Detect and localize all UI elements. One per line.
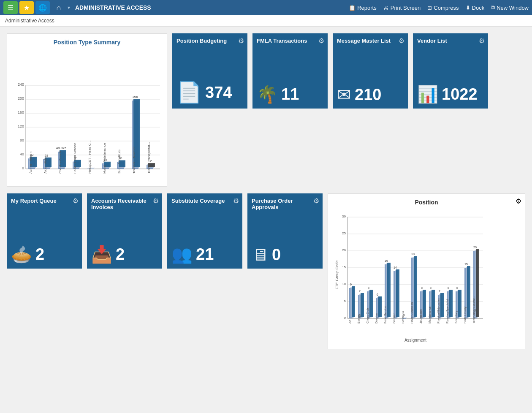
svg-text:Head CST - Head C...: Head CST - Head C... xyxy=(88,141,92,174)
tile-fmla-transactions[interactable]: ⚙ FMLA Transactions 🌴 11 xyxy=(252,33,328,109)
svg-rect-104 xyxy=(405,317,408,317)
topbar-actions: 📋 Reports 🖨 Print Screen ⊡ Compress ⬇ Do… xyxy=(349,4,529,11)
svg-text:16: 16 xyxy=(385,259,388,262)
tile-icon-report-queue: 🥧 xyxy=(11,245,32,264)
tile-count-accounts: 2 xyxy=(116,245,125,264)
svg-rect-128 xyxy=(458,290,461,317)
gear-icon-substitute[interactable]: ⚙ xyxy=(233,197,239,205)
svg-text:49.375: 49.375 xyxy=(56,146,67,150)
gear-icon-purchase[interactable]: ⚙ xyxy=(313,197,319,205)
svg-text:30: 30 xyxy=(342,215,346,218)
home-button[interactable]: ⌂ xyxy=(52,1,66,14)
tile-title-fmla: FMLA Transactions xyxy=(257,38,323,44)
position-chart: ⚙ Position FTE Group Code 0 5 10 15 20 2… xyxy=(328,193,525,349)
tile-bottom-message: ✉ 210 xyxy=(337,85,404,104)
gear-icon-vendor[interactable]: ⚙ xyxy=(479,37,485,45)
svg-text:7: 7 xyxy=(439,290,440,293)
svg-rect-116 xyxy=(432,290,435,317)
tile-icon-purchase: 🖥 xyxy=(252,245,269,264)
tile-title-vendor: Vendor List xyxy=(417,38,484,44)
gear-icon-report-queue[interactable]: ⚙ xyxy=(73,197,79,205)
svg-text:25: 25 xyxy=(342,231,346,235)
svg-rect-96 xyxy=(387,263,391,317)
svg-text:Biology: Biology xyxy=(357,314,361,323)
tile-icon-message: ✉ xyxy=(337,85,351,104)
svg-text:Reading Specialist: Reading Specialist xyxy=(446,299,449,323)
gear-icon-message[interactable]: ⚙ xyxy=(399,37,404,45)
svg-text:Director: Director xyxy=(375,313,378,323)
tile-report-queue[interactable]: ⚙ My Report Queue 🥧 2 xyxy=(7,193,82,269)
compress-icon: ⊡ xyxy=(427,5,432,11)
globe-icon: 🌐 xyxy=(38,4,47,12)
tile-purchase-order[interactable]: ⚙ Purchase Order Approvals 🖥 0 xyxy=(247,193,323,269)
svg-text:8: 8 xyxy=(430,286,432,289)
svg-text:Chess Club: Chess Club xyxy=(366,308,369,323)
dock-action[interactable]: ⬇ Dock xyxy=(466,5,485,11)
new-window-icon: ⧉ xyxy=(491,4,495,11)
svg-text:40: 40 xyxy=(20,152,24,156)
gear-icon-position-chart[interactable]: ⚙ xyxy=(516,197,521,205)
svg-text:15: 15 xyxy=(342,265,346,269)
svg-rect-84 xyxy=(361,293,364,317)
svg-rect-132 xyxy=(467,266,470,317)
tile-count-position-budgeting: 374 xyxy=(205,84,232,102)
favorites-button[interactable]: ★ xyxy=(19,1,34,14)
top-row: Position Type Summary 0 40 80 120 160 20… xyxy=(7,33,525,187)
svg-text:Journalism: Journalism xyxy=(419,309,422,323)
reports-label: Reports xyxy=(357,5,377,11)
menu-button[interactable]: ☰ xyxy=(3,1,18,14)
home-icon: ⌂ xyxy=(57,3,61,12)
svg-text:FTE Group Code: FTE Group Code xyxy=(335,261,339,290)
compress-action[interactable]: ⊡ Compress xyxy=(427,5,459,11)
tile-message-master[interactable]: ⚙ Message Master List ✉ 210 xyxy=(333,33,408,109)
svg-text:Secretary: Secretary xyxy=(455,311,458,323)
gear-icon-fmla[interactable]: ⚙ xyxy=(318,37,324,45)
svg-text:14: 14 xyxy=(394,266,397,269)
print-icon: 🖨 xyxy=(383,5,389,11)
new-window-action[interactable]: ⧉ New Window xyxy=(491,4,529,11)
tile-title-report-queue: My Report Queue xyxy=(11,198,78,204)
position-type-svg: 0 40 80 120 160 200 240 xyxy=(12,49,162,180)
tile-bottom-position-budgeting: 📄 374 xyxy=(176,81,243,104)
svg-text:18: 18 xyxy=(411,253,415,255)
main-content: Position Type Summary 0 40 80 120 160 20… xyxy=(0,27,532,356)
page-title: ADMINISTRATIVE ACCESS xyxy=(75,4,347,11)
globe-button[interactable]: 🌐 xyxy=(35,1,50,14)
svg-text:20: 20 xyxy=(342,248,346,252)
tile-count-vendor: 1022 xyxy=(442,85,478,103)
bottom-row: ⚙ My Report Queue 🥧 2 ⚙ Accounts Receiva… xyxy=(7,193,525,349)
svg-text:Maint - Maintenance: Maint - Maintenance xyxy=(103,143,106,174)
tile-icon-substitute: 👥 xyxy=(171,245,193,264)
dock-label: Dock xyxy=(472,5,485,11)
tile-position-budgeting[interactable]: ⚙ Position Budgeting 📄 374 xyxy=(172,33,247,109)
gear-icon-accounts[interactable]: ⚙ xyxy=(153,197,159,205)
print-screen-action[interactable]: 🖨 Print Screen xyxy=(383,5,421,11)
svg-text:0: 0 xyxy=(22,166,24,170)
svg-text:28: 28 xyxy=(45,154,49,158)
svg-text:7: 7 xyxy=(359,290,361,293)
reports-action[interactable]: 📋 Reports xyxy=(349,5,377,11)
svg-text:0: 0 xyxy=(344,316,346,320)
svg-text:8: 8 xyxy=(421,286,423,289)
tile-icon-fmla: 🌴 xyxy=(257,84,278,104)
svg-text:160: 160 xyxy=(18,110,24,114)
top-tiles-container: ⚙ Position Budgeting 📄 374 ⚙ FMLA Transa… xyxy=(172,33,488,109)
svg-text:5: 5 xyxy=(344,299,346,303)
svg-text:20: 20 xyxy=(473,246,477,249)
tile-title-accounts: Accounts Receivable Invoices xyxy=(91,198,158,210)
svg-text:Trans - Transportat...: Trans - Transportat... xyxy=(147,142,151,174)
dropdown-arrow[interactable]: ▾ xyxy=(68,5,70,11)
tile-accounts-receivable[interactable]: ⚙ Accounts Receivable Invoices 📥 2 xyxy=(87,193,162,269)
svg-text:Food Service: Food Service xyxy=(384,306,387,323)
svg-text:Aide - Aide: Aide - Aide xyxy=(43,157,47,174)
tile-icon-position-budgeting: 📄 xyxy=(176,81,202,104)
tile-vendor-list[interactable]: ⚙ Vendor List 📊 1022 xyxy=(413,33,488,109)
tile-bottom-report-queue: 🥧 2 xyxy=(11,245,78,264)
tile-bottom-fmla: 🌴 11 xyxy=(257,84,323,104)
svg-text:8: 8 xyxy=(368,286,369,289)
gear-icon-position-budgeting[interactable]: ⚙ xyxy=(238,37,244,45)
tile-count-purchase: 0 xyxy=(272,246,281,264)
tile-substitute-coverage[interactable]: ⚙ Substitute Coverage 👥 21 xyxy=(167,193,242,269)
tile-title-purchase: Purchase Order Approvals xyxy=(252,198,318,210)
topbar: ☰ ★ 🌐 ⌂ ▾ ADMINISTRATIVE ACCESS 📋 Report… xyxy=(0,0,532,15)
